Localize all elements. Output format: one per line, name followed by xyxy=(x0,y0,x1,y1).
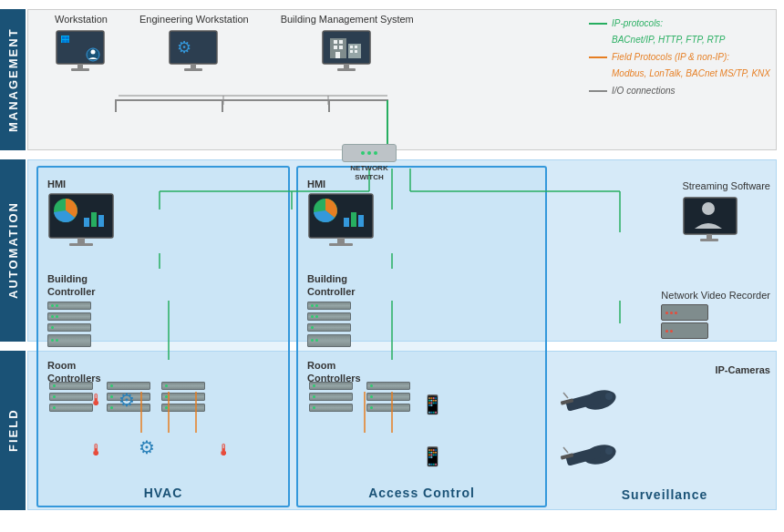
rack-unit-3 xyxy=(47,323,91,332)
automation-label: AUTOMATION xyxy=(0,159,26,342)
network-switch: NETWORK SWITCH xyxy=(337,144,401,181)
io-label: I/O connections xyxy=(612,84,675,98)
switch-dot-3 xyxy=(374,151,377,155)
access-rack-unit-1 xyxy=(307,302,351,310)
svg-rect-53 xyxy=(84,218,89,227)
access-zone: HMI BuildingController RoomControllers xyxy=(296,166,547,507)
hvac-hmi-monitor xyxy=(47,192,120,251)
svg-rect-55 xyxy=(98,215,104,227)
rack-unit-4 xyxy=(47,334,91,347)
workstation-label: Workstation xyxy=(55,14,108,25)
management-horizontal-line xyxy=(115,99,388,101)
svg-rect-54 xyxy=(91,212,97,227)
svg-rect-26 xyxy=(66,36,69,39)
svg-rect-46 xyxy=(355,46,357,48)
switch-label: NETWORK SWITCH xyxy=(337,164,401,181)
room-rack-unit-9 xyxy=(161,404,205,412)
svg-point-71 xyxy=(605,393,613,400)
svg-rect-28 xyxy=(66,40,69,43)
eng-workstation-label: Engineering Workstation xyxy=(139,14,249,25)
svg-rect-42 xyxy=(339,46,343,49)
surveillance-section: Streaming Software Network Video Recorde… xyxy=(554,166,775,507)
room-rack-unit-7 xyxy=(161,382,205,390)
switch-dot-1 xyxy=(361,151,365,155)
access-controller-label: BuildingController xyxy=(307,272,356,299)
access-room-rack-unit-6 xyxy=(366,404,410,412)
streaming-monitor-icon xyxy=(682,196,741,246)
svg-rect-31 xyxy=(77,64,83,68)
svg-rect-60 xyxy=(344,218,349,227)
access-room-rack-unit-4 xyxy=(366,382,410,390)
svg-rect-48 xyxy=(355,50,357,53)
nvr-label: Network Video Recorder xyxy=(661,289,770,302)
access-room-rack-2 xyxy=(366,382,410,413)
svg-rect-35 xyxy=(191,64,196,68)
hvac-room-rack-1 xyxy=(49,382,93,413)
field-label: FIELD xyxy=(0,351,26,510)
access-room-rack-unit-2 xyxy=(309,393,353,401)
nvr-unit-2 xyxy=(661,322,708,339)
svg-rect-45 xyxy=(350,46,353,48)
legend-box: IP-protocols: BACnet/IP, HTTP, FTP, RTP … xyxy=(589,16,770,100)
ip-values: BACnet/IP, HTTP, FTP, RTP xyxy=(612,35,725,45)
bms-label: Building Management System xyxy=(281,14,414,25)
access-room-rack-unit-5 xyxy=(366,393,410,401)
streaming-label: Streaming Software xyxy=(682,179,770,192)
thermometer-icon-2: 🌡 xyxy=(88,441,105,460)
surveillance-camera-1 xyxy=(559,380,627,421)
svg-rect-32 xyxy=(71,68,89,71)
cameras-label: IP-Cameras xyxy=(715,364,770,375)
access-rack-unit-2 xyxy=(307,312,351,321)
svg-rect-62 xyxy=(358,215,364,227)
svg-rect-50 xyxy=(337,68,356,71)
hvac-hmi-block: HMI xyxy=(47,179,120,255)
svg-rect-41 xyxy=(334,46,337,49)
eng-workstation-device: Engineering Workstation ⚙ xyxy=(139,14,249,79)
access-room-rack-1 xyxy=(309,382,353,413)
drop-line-bms xyxy=(328,99,330,112)
svg-point-30 xyxy=(91,50,96,55)
workstation-monitor-icon xyxy=(55,29,108,73)
streaming-block: Streaming Software xyxy=(682,179,770,246)
field-values: Modbus, LonTalk, BACnet MS/TP, KNX xyxy=(612,68,770,78)
hvac-rack xyxy=(47,302,96,348)
workstation-device: Workstation xyxy=(55,14,108,79)
drop-line-eng xyxy=(222,99,223,112)
room-rack-unit-2 xyxy=(49,393,93,401)
fan-icon-2: ⚙ xyxy=(139,436,155,458)
access-room-rack-unit-3 xyxy=(309,404,353,412)
eng-workstation-monitor-icon: ⚙ xyxy=(168,29,221,73)
nvr-block: Network Video Recorder xyxy=(661,289,770,339)
svg-rect-61 xyxy=(351,212,356,227)
svg-rect-43 xyxy=(335,52,340,58)
svg-rect-39 xyxy=(334,40,337,44)
keycard-icon-1: 📱 xyxy=(421,394,444,415)
switch-dot-2 xyxy=(367,151,371,155)
svg-rect-57 xyxy=(69,243,93,246)
fan-icon-1: ⚙ xyxy=(119,389,135,411)
svg-point-76 xyxy=(605,447,613,455)
room-rack-unit-1 xyxy=(49,382,93,390)
hvac-zone: HMI BuildingController RoomControllers xyxy=(36,166,290,507)
access-zone-label: Access Control xyxy=(298,486,545,500)
access-rack xyxy=(307,302,356,348)
rack-unit-1 xyxy=(47,302,91,310)
field-protocol-line xyxy=(589,56,607,58)
access-room-rack-unit-1 xyxy=(309,382,353,390)
rack-unit-2 xyxy=(47,312,91,321)
hvac-room-rack-3 xyxy=(161,382,205,413)
bms-device: Building Management System xyxy=(281,14,414,79)
bms-monitor-icon xyxy=(321,29,374,73)
ip-protocol-label: IP-protocols: xyxy=(612,16,663,31)
thermometer-icon-1: 🌡 xyxy=(88,391,105,410)
svg-rect-27 xyxy=(62,40,66,43)
hvac-zone-label: HVAC xyxy=(38,486,288,500)
room-rack-unit-3 xyxy=(49,404,93,412)
io-connection-line xyxy=(589,90,607,92)
room-rack-unit-8 xyxy=(161,393,205,401)
svg-rect-40 xyxy=(339,40,343,44)
hvac-controller-label: BuildingController xyxy=(47,272,96,299)
svg-rect-25 xyxy=(62,36,66,39)
camera-icon-1 xyxy=(559,380,627,425)
svg-rect-49 xyxy=(344,64,349,68)
